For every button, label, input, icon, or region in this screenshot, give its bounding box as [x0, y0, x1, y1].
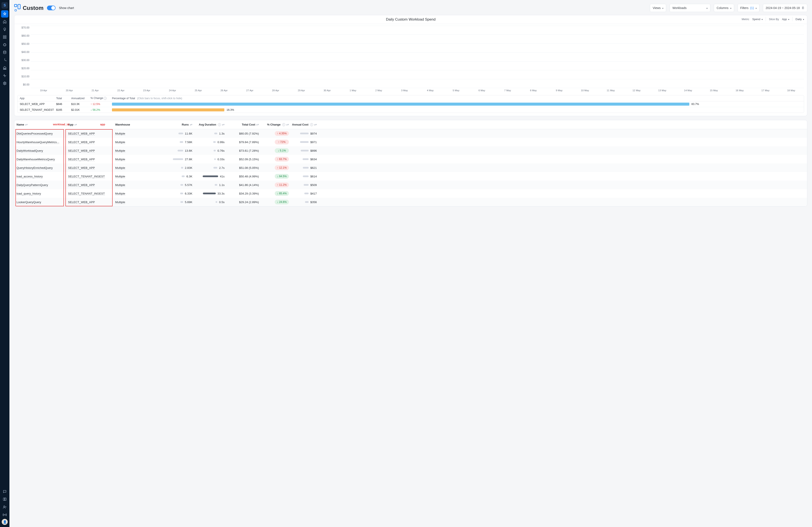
- cell-duration: 1.1s: [192, 183, 224, 186]
- sliceby-select[interactable]: App: [782, 18, 789, 21]
- sidebar-item-chip[interactable]: [1, 41, 9, 48]
- legend-col-pct: Percentage of Total(Click bars to focus,…: [112, 97, 802, 100]
- svg-point-5: [3, 51, 6, 52]
- cell-annual: $614: [289, 175, 317, 178]
- period-select[interactable]: Daily: [796, 18, 804, 21]
- cell-total-cost: $80.05 (7.92%): [224, 132, 259, 135]
- cell-runs: 2.83K: [166, 166, 192, 169]
- chart-card: Daily Custom Workload Spend Metric Spend…: [14, 15, 807, 116]
- cell-total-cost: $73.61 (7.28%): [224, 149, 259, 152]
- cell-change: ↓ 24.6%: [259, 200, 289, 205]
- cell-name: LookerQueryQuery: [16, 200, 68, 204]
- cell-app: SELECT_WEB_APP: [68, 132, 115, 135]
- cell-name: DailyWorkloadQuery: [16, 149, 68, 152]
- svg-rect-3: [5, 37, 6, 39]
- col-annual-cost[interactable]: Annual Costi▴▾: [289, 123, 317, 126]
- cell-runs: 11.6K: [166, 132, 192, 135]
- sort-icon: ▴▾: [25, 124, 28, 125]
- cell-change: ↓ 64.5%: [259, 174, 289, 179]
- cell-warehouse: Multiple: [115, 132, 166, 135]
- col-warehouse[interactable]: Warehouse: [115, 123, 166, 126]
- cell-name: DailyQueryPatternQuery: [16, 183, 68, 186]
- annotation-app: app: [100, 123, 105, 126]
- sidebar-item-pie[interactable]: [1, 57, 9, 64]
- cell-app: SELECT_TENANT_INGEST: [68, 175, 115, 178]
- cell-name: DbtQueriesProcessedQuery: [16, 132, 68, 135]
- brand-logo[interactable]: S: [1, 2, 8, 9]
- sidebar-item-gear[interactable]: [1, 80, 9, 87]
- legend-col-app: App: [20, 97, 56, 100]
- sort-icon: ▴▾: [256, 124, 259, 125]
- cell-name: QueryHistoryEnrichedQuery: [16, 166, 68, 169]
- metric-select[interactable]: Spend: [752, 18, 763, 21]
- table-row[interactable]: QueryHistoryEnrichedQuerySELECT_WEB_APPM…: [14, 164, 807, 172]
- legend-total: $165: [56, 108, 71, 111]
- table-row[interactable]: LookerQueryQuerySELECT_WEB_APPMultiple5.…: [14, 198, 807, 206]
- cell-app: SELECT_WEB_APP: [68, 149, 115, 152]
- table-row[interactable]: load_query_historySELECT_TENANT_INGESTMu…: [14, 189, 807, 198]
- custom-icon: [14, 4, 20, 12]
- table-header: Name▴▾ App▴▾ Warehouse Runs▴▾ Avg Durati…: [14, 120, 807, 129]
- cell-duration: 41s: [192, 175, 224, 178]
- cell-duration: 0.5s: [192, 200, 224, 204]
- cell-duration: 0.99s: [192, 140, 224, 144]
- table-row[interactable]: DailyQueryPatternQuerySELECT_WEB_APPMult…: [14, 181, 807, 189]
- table-row[interactable]: DailyWorkloadQuerySELECT_WEB_APPMultiple…: [14, 146, 807, 155]
- cell-annual: $509: [289, 183, 317, 186]
- sort-icon: ▴▾: [286, 124, 289, 125]
- table-row[interactable]: DailyWarehouseMetricsQuerySELECT_WEB_APP…: [14, 155, 807, 164]
- topbar: Custom Show chart Views Workloads Column…: [14, 4, 807, 12]
- cell-app: SELECT_TENANT_INGEST: [68, 192, 115, 195]
- table-row[interactable]: load_access_historySELECT_TENANT_INGESTM…: [14, 172, 807, 181]
- col-app[interactable]: App▴▾: [68, 123, 115, 126]
- legend-col-total: Total: [56, 97, 71, 100]
- sort-icon: ▴▾: [314, 124, 317, 125]
- col-avg-duration[interactable]: Avg Durationi▴▾: [192, 123, 224, 126]
- table-row[interactable]: HourlyWarehouseQueryMetrics...SELECT_WEB…: [14, 138, 807, 146]
- sidebar-item-database[interactable]: [1, 49, 9, 56]
- cell-warehouse: Multiple: [115, 183, 166, 186]
- views-dropdown[interactable]: Views: [650, 4, 666, 12]
- chart-x-axis: 19 Apr20 Apr21 Apr22 Apr23 Apr24 Apr25 A…: [31, 88, 804, 94]
- workloads-dropdown[interactable]: Workloads: [670, 4, 710, 12]
- workload-table: Name▴▾ App▴▾ Warehouse Runs▴▾ Avg Durati…: [14, 120, 807, 207]
- sidebar: S 👤: [0, 0, 10, 207]
- svg-point-6: [4, 83, 5, 84]
- cell-name: load_access_history: [16, 175, 68, 178]
- cell-warehouse: Multiple: [115, 158, 166, 161]
- col-change[interactable]: % Changei▴▾: [259, 123, 289, 126]
- legend-row[interactable]: SELECT_TENANT_INGEST$165$2.01K↓ 56.2%16.…: [18, 107, 804, 113]
- sidebar-item-bank[interactable]: [1, 64, 9, 72]
- sort-icon: ▴▾: [190, 124, 192, 125]
- sidebar-item-grid[interactable]: [1, 33, 9, 41]
- cell-app: SELECT_WEB_APP: [68, 166, 115, 169]
- cell-name: HourlyWarehouseQueryMetrics...: [16, 140, 68, 144]
- filters-dropdown[interactable]: Filters(1): [738, 4, 759, 12]
- cell-change: ↑ 63.7%: [259, 157, 289, 162]
- cell-total-cost: $51.08 (5.05%): [224, 166, 259, 169]
- legend-change: ↓ 56.2%: [90, 108, 112, 111]
- chart-plot[interactable]: [31, 26, 804, 88]
- sidebar-item-star[interactable]: [1, 10, 9, 18]
- col-runs[interactable]: Runs▴▾: [166, 123, 192, 126]
- sidebar-item-home[interactable]: [1, 18, 9, 25]
- date-range-picker[interactable]: 2024-04-19 ~ 2024-05-18🗓: [763, 4, 807, 12]
- sort-icon: ▴▾: [222, 124, 224, 125]
- show-chart-toggle[interactable]: [47, 5, 56, 10]
- annotation-workload-id: workload_id: [53, 123, 69, 126]
- cell-annual: $896: [289, 149, 317, 152]
- cell-app: SELECT_WEB_APP: [68, 183, 115, 186]
- legend-row[interactable]: SELECT_WEB_APP$846$10.3K↑ 12.5%83.7%: [18, 101, 804, 107]
- chart-header: Daily Custom Workload Spend Metric Spend…: [14, 15, 807, 24]
- calendar-icon: 🗓: [801, 6, 804, 10]
- cell-name: load_query_history: [16, 192, 68, 195]
- sidebar-item-pulse[interactable]: [1, 72, 9, 79]
- columns-dropdown[interactable]: Columns: [714, 4, 734, 12]
- cell-warehouse: Multiple: [115, 192, 166, 195]
- sidebar-item-idea[interactable]: [1, 26, 9, 33]
- show-chart-label: Show chart: [59, 6, 74, 10]
- legend-pct: 83.7%: [112, 103, 802, 106]
- cell-change: ↑ 11.2%: [259, 182, 289, 187]
- table-row[interactable]: DbtQueriesProcessedQuerySELECT_WEB_APPMu…: [14, 129, 807, 138]
- col-total-cost[interactable]: Total Cost▴▾: [224, 123, 259, 126]
